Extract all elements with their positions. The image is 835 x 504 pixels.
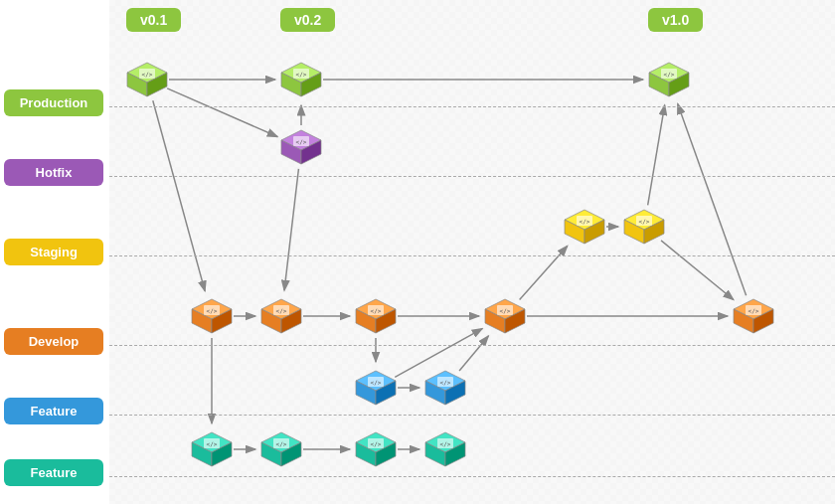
commit-p1[interactable]: </> [125, 61, 169, 98]
commit-s2[interactable]: </> [622, 208, 666, 246]
svg-text:</>: </> [296, 71, 307, 78]
diagram-container: </> </> </> </> [0, 0, 835, 504]
commit-s1[interactable]: </> [563, 208, 606, 246]
commit-d5[interactable]: </> [732, 297, 775, 335]
commit-f2a[interactable]: </> [190, 430, 234, 468]
svg-text:</>: </> [371, 440, 382, 447]
svg-text:</>: </> [664, 71, 675, 78]
svg-text:</>: </> [580, 218, 590, 225]
lane-line-hotfix [109, 176, 835, 177]
commit-h1[interactable]: </> [279, 128, 323, 166]
commit-d3[interactable]: </> [354, 297, 398, 335]
svg-text:</>: </> [440, 440, 451, 447]
commit-f2d[interactable]: </> [423, 430, 467, 468]
branch-label-hotfix: Hotfix [4, 159, 103, 186]
lane-line-production [109, 106, 835, 107]
version-label-v02: v0.2 [280, 8, 335, 32]
branch-label-production: Production [4, 89, 103, 116]
lane-line-develop [109, 345, 835, 346]
svg-text:</>: </> [296, 138, 307, 145]
svg-text:</>: </> [440, 379, 451, 386]
commit-p3[interactable]: </> [647, 61, 691, 98]
svg-text:</>: </> [276, 440, 287, 447]
commit-p2[interactable]: </> [279, 61, 323, 98]
commit-d4[interactable]: </> [483, 297, 527, 335]
svg-text:</>: </> [639, 218, 650, 225]
svg-text:</>: </> [142, 71, 153, 78]
commit-f1a[interactable]: </> [354, 369, 398, 407]
version-label-v01: v0.1 [126, 8, 181, 32]
branch-label-staging: Staging [4, 239, 103, 265]
commit-d1[interactable]: </> [190, 297, 234, 335]
svg-text:</>: </> [371, 379, 382, 386]
lane-line-feature2 [109, 476, 835, 477]
commit-d2[interactable]: </> [259, 297, 303, 335]
svg-text:</>: </> [749, 307, 759, 314]
svg-text:</>: </> [276, 307, 287, 314]
commit-f1b[interactable]: </> [423, 369, 467, 407]
diagram-background [109, 0, 835, 504]
version-label-v10: v1.0 [648, 8, 703, 32]
branch-label-develop: Develop [4, 328, 103, 355]
svg-text:</>: </> [371, 307, 382, 314]
commit-f2c[interactable]: </> [354, 430, 398, 468]
svg-text:</>: </> [207, 440, 218, 447]
lane-line-feature1 [109, 415, 835, 416]
branch-label-feature1: Feature [4, 398, 103, 424]
svg-text:</>: </> [500, 307, 511, 314]
lane-line-staging [109, 255, 835, 256]
commit-f2b[interactable]: </> [259, 430, 303, 468]
svg-text:</>: </> [207, 307, 218, 314]
branch-label-feature2: Feature [4, 459, 103, 486]
